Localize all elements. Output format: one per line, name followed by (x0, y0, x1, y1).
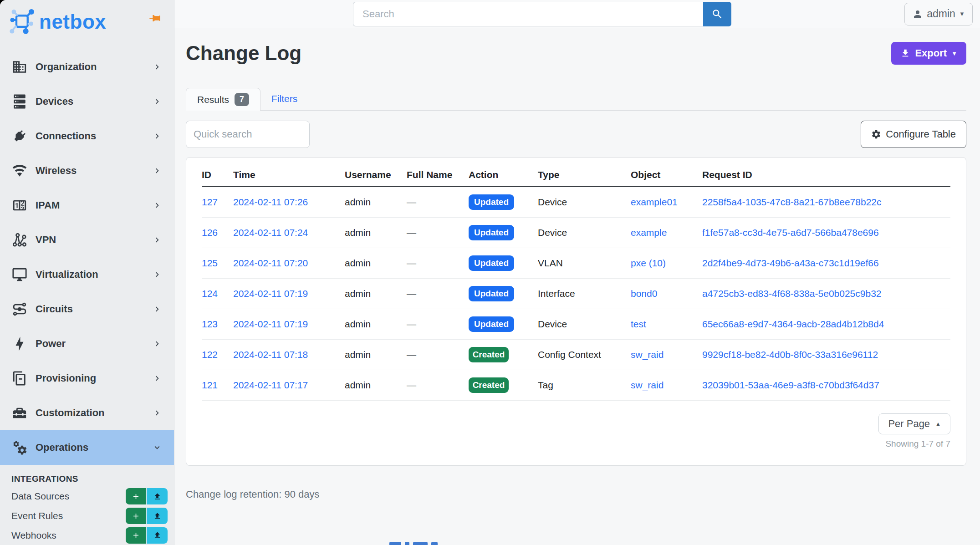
chevron-right-icon (152, 339, 162, 349)
action-badge: Updated (469, 316, 514, 332)
chevron-right-icon (152, 270, 162, 280)
change-id-link[interactable]: 121 (202, 380, 218, 390)
change-time-link[interactable]: 2024-02-11 07:18 (233, 349, 308, 360)
integration-item-label: Webhooks (11, 530, 56, 541)
per-page-button[interactable]: Per Page ▲ (878, 413, 950, 434)
request-id-link[interactable]: 2d2f4be9-4d73-49b6-a43a-c73c1d19ef66 (702, 258, 879, 268)
object-link[interactable]: test (631, 319, 646, 329)
change-id-link[interactable]: 127 (202, 197, 218, 207)
export-button[interactable]: Export ▼ (891, 42, 966, 65)
import-button[interactable] (147, 508, 168, 524)
tab-results[interactable]: Results 7 (186, 88, 260, 111)
table-row: 122 2024-02-11 07:18 admin — Created Con… (202, 340, 950, 370)
search-button[interactable] (703, 2, 731, 26)
change-time-link[interactable]: 2024-02-11 07:19 (233, 319, 308, 329)
chevron-right-icon (152, 62, 162, 72)
sidebar-item-circuits[interactable]: Circuits (0, 292, 174, 326)
sidebar-item-provisioning[interactable]: Provisioning (0, 361, 174, 396)
table-controls: Configure Table (186, 121, 966, 148)
request-id-link[interactable]: 2258f5a4-1035-47c8-8a21-67b8ee78b22c (702, 197, 882, 207)
sidebar-item-ipam[interactable]: IPAM (0, 188, 174, 223)
sidebar-item-customization[interactable]: Customization (0, 396, 174, 430)
change-time-link[interactable]: 2024-02-11 07:26 (233, 197, 308, 207)
object-link[interactable]: sw_raid (631, 380, 664, 390)
change-time-link[interactable]: 2024-02-11 07:17 (233, 380, 308, 390)
sidebar-item-webhooks[interactable]: Webhooks (0, 525, 174, 545)
type-cell: Config Context (538, 349, 601, 360)
table-row: 121 2024-02-11 07:17 admin — Created Tag… (202, 370, 950, 401)
wifi-icon (12, 163, 27, 178)
change-id-link[interactable]: 124 (202, 288, 218, 299)
showing-count: Showing 1-7 of 7 (885, 439, 950, 449)
sidebar-item-vpn[interactable]: VPN (0, 223, 174, 257)
tab-results-label: Results (197, 94, 229, 105)
table-row: 123 2024-02-11 07:19 admin — Updated Dev… (202, 309, 950, 340)
sidebar-item-label: Devices (36, 96, 73, 107)
add-button[interactable] (126, 488, 146, 504)
change-time-link[interactable]: 2024-02-11 07:19 (233, 288, 308, 299)
object-link[interactable]: example (631, 227, 667, 238)
sidebar-item-connections[interactable]: Connections (0, 119, 174, 153)
caret-down-icon: ▼ (951, 51, 957, 56)
sidebar-item-power[interactable]: Power (0, 326, 174, 361)
brand[interactable]: netbox (0, 0, 174, 43)
chevron-right-icon (152, 97, 162, 107)
sidebar-item-data-sources[interactable]: Data Sources (0, 487, 174, 506)
plus-icon (132, 512, 140, 520)
tab-filters[interactable]: Filters (260, 87, 308, 110)
quick-search-input[interactable] (186, 121, 310, 148)
username-cell: admin (345, 319, 371, 329)
change-id-link[interactable]: 122 (202, 349, 218, 360)
full-name-cell: — (407, 258, 416, 268)
sidebar-item-event-rules[interactable]: Event Rules (0, 506, 174, 526)
sidebar-item-organization[interactable]: Organization (0, 50, 174, 84)
change-id-link[interactable]: 126 (202, 227, 218, 238)
column-header-username: Username (340, 160, 402, 187)
tab-bar: Results 7 Filters (186, 87, 966, 111)
user-menu-button[interactable]: admin ▼ (904, 3, 973, 25)
add-button[interactable] (126, 508, 146, 524)
username-cell: admin (345, 349, 371, 360)
request-id-link[interactable]: 65ec66a8-e9d7-4364-9acb-28ad4b12b8d4 (702, 319, 884, 329)
request-id-link[interactable]: a4725cb3-ed83-4f68-838a-5e0b025c9b32 (702, 288, 882, 299)
sidebar-item-virtualization[interactable]: Virtualization (0, 257, 174, 292)
top-bar: admin ▼ (174, 0, 980, 28)
object-link[interactable]: sw_raid (631, 349, 664, 360)
column-header-type: Type (533, 160, 626, 187)
object-link[interactable]: pxe (10) (631, 258, 666, 268)
column-header-full-name: Full Name (402, 160, 464, 187)
configure-table-button[interactable]: Configure Table (861, 121, 966, 148)
change-id-link[interactable]: 125 (202, 258, 218, 268)
object-link[interactable]: bond0 (631, 288, 657, 299)
object-link[interactable]: example01 (631, 197, 678, 207)
pin-sidebar-icon[interactable] (148, 12, 161, 25)
caret-up-icon: ▲ (935, 421, 941, 427)
sidebar-item-operations[interactable]: Operations (0, 430, 174, 465)
building-icon (12, 59, 27, 75)
upload-icon (153, 492, 162, 501)
sidebar-item-wireless[interactable]: Wireless (0, 153, 174, 188)
sidebar-item-label: Operations (36, 442, 88, 453)
sidebar-item-devices[interactable]: Devices (0, 84, 174, 119)
main-area: admin ▼ Change Log Export ▼ Results 7 (174, 0, 980, 545)
change-id-link[interactable]: 123 (202, 319, 218, 329)
request-id-link[interactable]: 32039b01-53aa-46e9-a3f8-c70bd3f64d37 (702, 380, 879, 390)
change-time-link[interactable]: 2024-02-11 07:24 (233, 227, 308, 238)
import-button[interactable] (147, 488, 168, 504)
request-id-link[interactable]: f1fe57a8-cc3d-4e75-a6d7-566ba478e696 (702, 227, 879, 238)
add-button[interactable] (126, 527, 146, 544)
sidebar-item-label: Virtualization (36, 269, 98, 280)
action-badge: Updated (469, 194, 514, 210)
search-icon (711, 8, 723, 20)
clipped-footer (389, 542, 438, 545)
request-id-link[interactable]: 9929cf18-be82-4d0b-8f0c-33a316e96112 (702, 349, 878, 360)
search-input[interactable] (353, 2, 703, 26)
sidebar-item-label: VPN (36, 234, 56, 246)
import-button[interactable] (147, 527, 168, 544)
column-header-id: ID (202, 160, 229, 187)
table-row: 127 2024-02-11 07:26 admin — Updated Dev… (202, 187, 950, 218)
change-time-link[interactable]: 2024-02-11 07:20 (233, 258, 308, 268)
changelog-table: ID Time Username Full Name Action Type O… (202, 160, 950, 401)
brand-name: netbox (39, 10, 106, 33)
account-icon (912, 9, 923, 20)
